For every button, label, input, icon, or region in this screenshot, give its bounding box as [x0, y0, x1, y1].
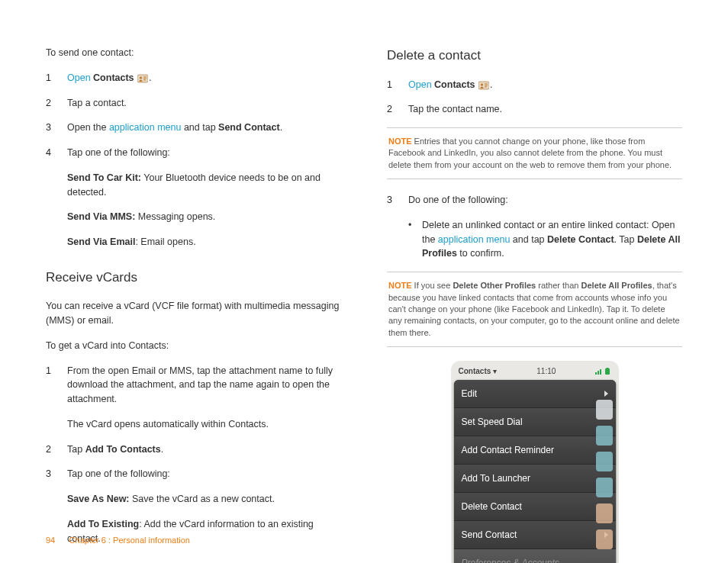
note-label: NOTE	[388, 137, 412, 146]
menu-label: Preferences & Accounts	[462, 556, 559, 563]
chip	[596, 503, 613, 523]
step-number: 1	[387, 78, 408, 92]
text: : Email opens.	[135, 236, 195, 247]
application-menu-link[interactable]: application menu	[438, 234, 511, 245]
contacts-icon	[478, 80, 489, 89]
chip	[596, 452, 613, 471]
text: Open the	[67, 122, 109, 133]
step-number: 3	[387, 193, 408, 208]
step-number: 3	[46, 121, 67, 135]
open-link[interactable]: Open	[67, 72, 91, 83]
bold: Delete Contact	[547, 234, 614, 245]
chip	[596, 400, 613, 420]
text: The vCard opens automatically within Con…	[67, 417, 341, 432]
step-body: Do one of the following:	[408, 193, 682, 208]
option: Send To Car Kit: Your Bluetooth device n…	[67, 171, 341, 200]
text: To get a vCard into Contacts:	[46, 339, 341, 353]
menu-item-delete[interactable]: Delete Contact	[454, 493, 616, 521]
phone-app-title: Contacts ▾	[459, 365, 498, 377]
step-body: Tap one of the following:	[67, 146, 341, 160]
text: . Tap	[614, 234, 637, 245]
text: to confirm.	[457, 248, 504, 259]
application-menu-link[interactable]: application menu	[109, 122, 182, 133]
page-footer: 94 Chapter 6 : Personal information	[46, 534, 190, 547]
menu-item-launcher[interactable]: Add To Launcher	[454, 465, 616, 493]
step-number: 2	[46, 96, 67, 111]
menu-item-edit[interactable]: Edit	[454, 380, 616, 408]
bold: Send Via MMS:	[67, 211, 135, 222]
phone-time: 11:10	[536, 365, 556, 377]
step-body: Tap one of the following:	[67, 467, 341, 481]
step-number: 1	[46, 71, 67, 85]
intro-send-one: To send one contact:	[46, 46, 341, 60]
svg-point-1	[140, 77, 142, 79]
option: Save As New: Save the vCard as a new con…	[67, 492, 341, 507]
note-label: NOTE	[388, 281, 412, 290]
period: .	[490, 79, 492, 90]
step-number: 2	[46, 442, 67, 457]
phone-side-strip	[596, 400, 613, 549]
svg-rect-3	[143, 79, 147, 79]
svg-rect-11	[598, 371, 599, 375]
step-row: 1 From the open Email or MMS, tap the at…	[46, 364, 341, 407]
bullet-item: Delete an unlinked contact or an entire …	[408, 218, 682, 261]
option: Send Via Email: Email opens.	[67, 235, 341, 249]
option: Send Via MMS: Messaging opens.	[67, 210, 341, 224]
svg-rect-8	[485, 85, 488, 86]
chip	[596, 478, 613, 497]
step-body: Open the application menu and tap Send C…	[67, 121, 341, 135]
step-number: 4	[46, 146, 67, 160]
bold: Send Contact	[218, 122, 280, 133]
step-number: 3	[46, 467, 67, 481]
text: Save the vCard as a new contact.	[130, 494, 275, 504]
phone-menu: Edit Set Speed Dial Add Contact Reminder…	[454, 380, 616, 563]
phone-status-icons	[595, 368, 610, 375]
menu-label: Add To Launcher	[462, 471, 531, 485]
bold: Delete All Profiles	[581, 281, 652, 290]
menu-label: Edit	[462, 387, 478, 401]
open-link[interactable]: Open	[408, 79, 432, 90]
menu-item-speed-dial[interactable]: Set Speed Dial	[454, 408, 616, 436]
step-body: Open Contacts .	[67, 71, 341, 85]
text: You can receive a vCard (VCF file format…	[46, 299, 341, 328]
phone-screenshot: Contacts ▾ 11:10	[387, 361, 682, 563]
phone-frame: Contacts ▾ 11:10	[451, 361, 619, 563]
svg-rect-14	[607, 368, 609, 368]
svg-rect-12	[600, 369, 601, 375]
left-column: To send one contact: 1 Open Contacts . 2…	[46, 46, 341, 563]
step-row: 3 Do one of the following:	[387, 193, 682, 208]
contacts-bold: Contacts	[434, 79, 475, 90]
menu-item-send[interactable]: Send Contact	[454, 521, 616, 549]
step-body: Open Contacts .	[408, 78, 682, 92]
svg-rect-10	[595, 372, 597, 375]
page-content: To send one contact: 1 Open Contacts . 2…	[0, 0, 728, 563]
step-row: 2 Tap a contact.	[46, 96, 341, 111]
chip	[596, 426, 613, 446]
bold: Send To Car Kit:	[67, 172, 141, 183]
note-box: NOTE Entries that you cannot change on y…	[387, 127, 682, 179]
note-box: NOTE If you see Delete Other Profiles ra…	[387, 272, 682, 347]
bold: Delete Other Profiles	[453, 281, 536, 290]
step-body: Tap a contact.	[67, 96, 341, 111]
menu-label: Send Contact	[462, 528, 517, 542]
text: .	[280, 122, 282, 133]
menu-item-preferences: Preferences & Accounts	[454, 549, 616, 563]
step-body: Tap Add To Contacts.	[67, 442, 341, 457]
text: rather than	[536, 281, 581, 290]
step-row: 1 Open Contacts .	[387, 78, 682, 92]
contacts-bold: Contacts	[93, 72, 134, 83]
battery-icon	[604, 368, 610, 375]
note-text: Entries that you cannot change on your p…	[388, 137, 672, 169]
text: Tap	[67, 444, 85, 455]
signal-icon	[595, 368, 603, 375]
svg-rect-9	[485, 87, 487, 88]
step-row: 1 Open Contacts .	[46, 71, 341, 85]
menu-label: Add Contact Reminder	[462, 443, 554, 457]
step-row: 3 Open the application menu and tap Send…	[46, 121, 341, 135]
svg-rect-4	[143, 80, 146, 81]
menu-item-reminder[interactable]: Add Contact Reminder	[454, 436, 616, 465]
svg-point-6	[481, 84, 483, 86]
step-body: From the open Email or MMS, tap the atta…	[67, 364, 341, 407]
bold: Add To Existing	[67, 519, 139, 529]
bold: Save As New:	[67, 494, 130, 504]
